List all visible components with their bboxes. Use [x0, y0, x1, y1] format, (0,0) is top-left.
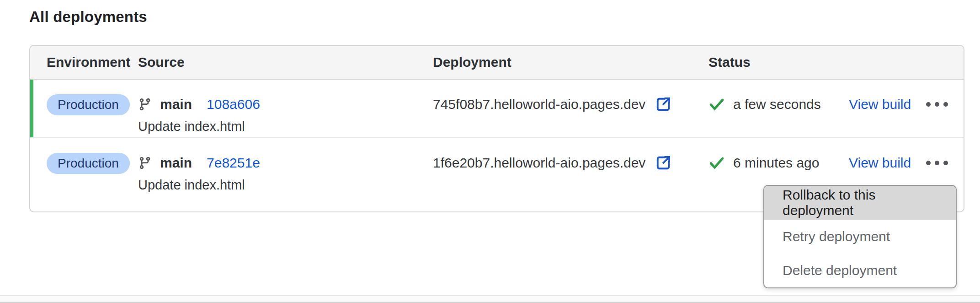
deployment-url[interactable]: 1f6e20b7.helloworld-aio.pages.dev	[433, 155, 645, 171]
external-link-icon[interactable]	[654, 95, 673, 114]
column-header-deployment: Deployment	[433, 54, 708, 70]
external-link-icon[interactable]	[654, 153, 673, 173]
deployment-context-menu: Rollback to this deployment Retry deploy…	[763, 185, 957, 288]
environment-badge: Production	[47, 94, 130, 115]
environment-cell: Production	[47, 153, 138, 211]
status-time: 6 minutes ago	[733, 155, 819, 171]
menu-item-delete[interactable]: Delete deployment	[764, 254, 956, 287]
check-icon	[708, 96, 725, 113]
ellipsis-icon[interactable]	[924, 98, 950, 110]
commit-link[interactable]: 7e8251e	[207, 155, 260, 171]
environment-badge: Production	[47, 153, 130, 174]
source-cell: main 108a606 Update index.html	[138, 94, 433, 137]
page-title: All deployments	[29, 8, 147, 26]
row-menu-cell	[924, 94, 964, 137]
status-time: a few seconds	[733, 97, 821, 112]
menu-item-rollback[interactable]: Rollback to this deployment	[764, 186, 956, 220]
commit-message: Update index.html	[138, 178, 433, 193]
page-bottom-divider	[0, 295, 980, 303]
view-build-link[interactable]: View build	[849, 155, 911, 171]
ellipsis-icon[interactable]	[924, 157, 950, 169]
commit-message: Update index.html	[138, 119, 433, 134]
deployment-row: Production main 108a606 Update index.htm…	[30, 80, 964, 137]
table-header-row: Environment Source Deployment Status	[30, 46, 964, 80]
view-build-link[interactable]: View build	[849, 97, 911, 112]
column-header-environment: Environment	[47, 54, 138, 70]
column-header-status: Status	[708, 54, 849, 70]
branch-name: main	[160, 97, 192, 112]
view-build-cell: View build	[849, 94, 924, 137]
column-header-source: Source	[138, 54, 433, 70]
deployment-url[interactable]: 745f08b7.helloworld-aio.pages.dev	[433, 97, 645, 112]
current-deployment-indicator	[30, 80, 33, 137]
source-cell: main 7e8251e Update index.html	[138, 153, 433, 211]
git-branch-icon	[138, 97, 152, 111]
check-icon	[708, 155, 725, 171]
environment-cell: Production	[47, 94, 138, 137]
deployment-cell: 1f6e20b7.helloworld-aio.pages.dev	[433, 153, 708, 211]
menu-item-retry[interactable]: Retry deployment	[764, 220, 956, 254]
git-branch-icon	[138, 156, 152, 170]
commit-link[interactable]: 108a606	[207, 97, 260, 112]
branch-name: main	[160, 155, 192, 171]
deployment-cell: 745f08b7.helloworld-aio.pages.dev	[433, 94, 708, 137]
status-cell: a few seconds	[708, 94, 849, 137]
